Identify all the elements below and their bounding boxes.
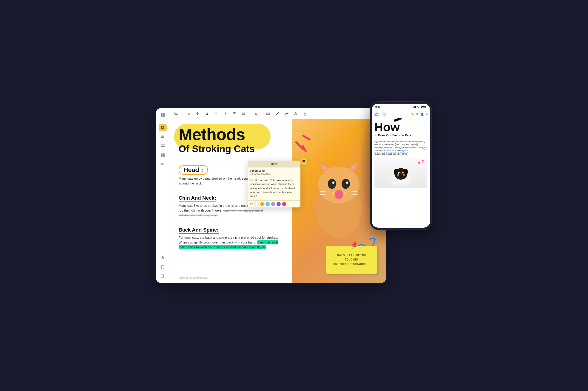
phone-body-text: Egyptian art celebrates animals like cat… — [374, 140, 427, 156]
svg-point-38 — [342, 179, 350, 189]
phone-title-how: How — [374, 121, 400, 133]
sidebar-icon-layers[interactable] — [159, 254, 167, 262]
toolbar-text-icon[interactable]: T — [213, 110, 219, 117]
sticky-note-bottom: CATS HATE BEING TOUCHEDON THEIR STOMACHS… — [326, 246, 377, 274]
note-color-purple[interactable] — [271, 202, 275, 206]
svg-point-27 — [295, 112, 296, 114]
doc-content: Methods Of Stroking Cats Head : Many cat… — [169, 119, 386, 283]
toolbar-highlight-icon[interactable] — [185, 110, 192, 117]
sidebar-icon-highlight[interactable] — [159, 124, 167, 131]
toolbar-list-icon[interactable] — [240, 110, 247, 117]
svg-rect-51 — [414, 106, 415, 108]
phone-pencil-icon[interactable]: ✏️ — [411, 112, 414, 116]
svg-rect-1 — [163, 113, 165, 115]
note-date: 18/12/2023 20:46:07 — [250, 173, 298, 175]
note-color-blue[interactable] — [265, 202, 270, 206]
phone-icons-bar: ✏️ ⊞ 👤 ⧉ — [372, 110, 430, 118]
toolbar-link-icon[interactable] — [283, 110, 290, 117]
scene: U T T — [156, 101, 432, 290]
sidebar-icon-bookmark[interactable] — [159, 263, 167, 271]
tablet: U T T — [156, 108, 386, 283]
svg-rect-29 — [304, 115, 306, 115]
phone-body3: Cups, store brands and other items. — [374, 153, 407, 155]
doc-title-methods: Methods — [179, 126, 377, 143]
svg-rect-3 — [163, 115, 165, 117]
svg-point-68 — [399, 173, 400, 173]
svg-rect-26 — [267, 113, 269, 115]
svg-rect-21 — [233, 112, 236, 115]
svg-point-66 — [399, 173, 400, 174]
section3-body: For most cats, the back and spine area i… — [179, 235, 284, 250]
svg-rect-50 — [414, 107, 414, 108]
sidebar-icon-grid2[interactable] — [159, 142, 167, 150]
phone-highlighted-text: this horse has inspired — [395, 143, 418, 146]
dog-illustration — [387, 159, 415, 187]
note-color-pink[interactable] — [282, 202, 286, 206]
phone-time: 9:41 — [375, 105, 380, 108]
svg-rect-2 — [161, 115, 162, 117]
note-body: Gentle and soft: Cats have relatively se… — [247, 176, 300, 200]
chin-neck-title: Chin And Neck: — [179, 195, 216, 202]
svg-rect-30 — [303, 160, 305, 162]
note-footer: 🗑 — [247, 200, 300, 207]
toolbar-comment-icon[interactable] — [173, 110, 180, 117]
phone-person-icon[interactable]: 👤 — [420, 112, 424, 116]
svg-rect-10 — [161, 146, 165, 147]
svg-point-71 — [397, 174, 399, 177]
sidebar-icon-columns[interactable] — [159, 151, 167, 159]
toolbar-textbox-icon[interactable] — [231, 110, 238, 117]
note-color-white[interactable] — [254, 202, 259, 206]
phone-title-container: How — [374, 121, 400, 133]
sidebar-icon-grid[interactable] — [159, 111, 167, 119]
main-area: U T T — [169, 108, 386, 283]
phone-copy-icon[interactable]: ⧉ — [426, 112, 428, 116]
phone: 9:41 ✏️ ⊞ 👤 ⧉ — [370, 101, 432, 230]
toolbar-bold-text-icon[interactable]: T — [222, 110, 229, 117]
toolbar-strikethrough-icon[interactable] — [195, 110, 201, 117]
svg-rect-11 — [161, 153, 162, 157]
section2-body1: Many cats like to be stroked in the chin… — [179, 204, 256, 207]
note-trash-icon[interactable]: 🗑 — [250, 202, 253, 206]
note-trigger-icon[interactable] — [300, 158, 307, 165]
toolbar-person-icon[interactable] — [292, 110, 299, 117]
back-spine-title: Back And Spine: — [179, 227, 219, 234]
toolbar-gradient-icon[interactable] — [253, 110, 259, 117]
svg-point-67 — [402, 173, 404, 174]
svg-rect-16 — [175, 112, 178, 115]
svg-rect-9 — [161, 144, 165, 145]
section2-strikethrough: and they may show signs of — [224, 209, 263, 212]
cat-illustration — [307, 157, 371, 245]
phone-signal-icons — [413, 106, 426, 108]
svg-rect-52 — [415, 106, 416, 108]
svg-point-42 — [335, 190, 343, 199]
note-color-orange[interactable] — [260, 202, 264, 206]
toolbar-underline-icon[interactable]: U — [204, 110, 210, 117]
note-header: Note — [247, 161, 300, 168]
svg-point-70 — [399, 175, 402, 177]
doc-footer: Methods Of Stroking Cats — [179, 276, 208, 279]
phone-home-icon[interactable] — [374, 111, 379, 117]
svg-rect-12 — [163, 153, 165, 157]
note-color-indigo[interactable] — [276, 202, 281, 206]
svg-point-69 — [403, 173, 403, 173]
sidebar-icon-attachment[interactable] — [159, 272, 167, 280]
phone-screen: 9:41 ✏️ ⊞ 👤 ⧉ — [372, 103, 430, 228]
toolbar-sep2 — [250, 111, 250, 116]
toolbar-fontcolor-icon[interactable] — [302, 110, 308, 117]
svg-rect-55 — [426, 106, 426, 107]
head-label: Head : — [179, 165, 208, 175]
toolbar: U T T — [169, 108, 386, 119]
toolbar-pen-icon[interactable] — [274, 110, 280, 117]
svg-rect-0 — [161, 113, 162, 115]
sidebar-icon-indent[interactable] — [159, 160, 167, 168]
phone-title-sub: to Draw Our Favorite Pets — [374, 133, 411, 138]
phone-dropdown-icon[interactable] — [381, 111, 387, 117]
sidebar-icon-list[interactable] — [159, 133, 167, 141]
phone-status-bar: 9:41 — [372, 103, 430, 110]
note-popup: Note Floyd Miles 18/12/2023 20:46:07 Gen… — [247, 161, 300, 207]
phone-share-icon[interactable]: ⊞ — [416, 112, 419, 116]
phone-dog-image: ? ? — [374, 158, 427, 188]
toolbar-rectangle-icon[interactable] — [265, 110, 271, 117]
svg-point-37 — [328, 179, 336, 189]
qmark1: ? — [418, 161, 420, 167]
